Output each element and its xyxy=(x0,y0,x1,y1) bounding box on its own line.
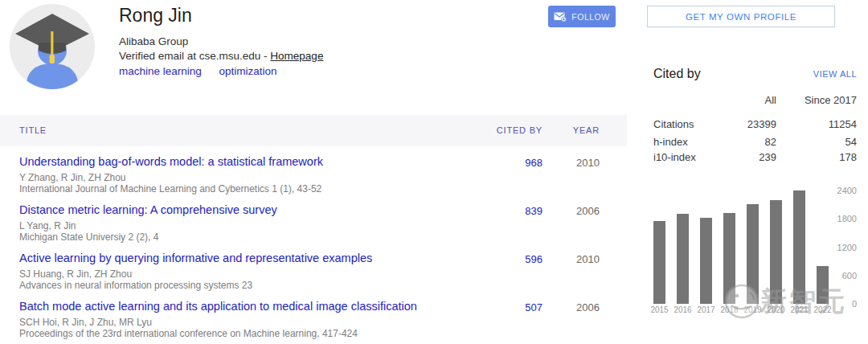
stats-column-header-all: All xyxy=(696,94,776,106)
bar xyxy=(653,221,665,304)
stat-h-index-all[interactable]: 82 xyxy=(696,136,776,148)
publication-title-link[interactable]: Distance metric learning: A comprehensiv… xyxy=(19,203,469,216)
chart-bar-2019[interactable]: 2019 xyxy=(747,190,759,304)
cited-by-count-link[interactable]: 968 xyxy=(462,157,542,169)
stats-column-header-since: Since 2017 xyxy=(776,94,857,106)
chart-x-tick-label: 2018 xyxy=(720,305,738,314)
publication-authors: SJ Huang, R Jin, ZH Zhou xyxy=(19,268,502,280)
chart-y-tick-label: 600 xyxy=(842,271,857,281)
chart-x-tick-label: 2015 xyxy=(650,305,668,314)
get-my-own-profile-label: GET MY OWN PROFILE xyxy=(686,12,796,22)
interest-optimization[interactable]: optimization xyxy=(219,65,277,77)
bar xyxy=(793,190,805,304)
avatar xyxy=(10,4,95,89)
bar xyxy=(817,266,829,304)
chart-y-tick-label: 2400 xyxy=(837,186,857,195)
chart-bar-2020[interactable]: 2020 xyxy=(770,190,782,304)
scholar-profile-page: Rong Jin Alibaba Group Verified email at… xyxy=(0,0,868,344)
bar xyxy=(723,213,735,304)
publication-year: 2010 xyxy=(559,253,600,265)
publication-venue: International Journal of Machine Learnin… xyxy=(19,183,502,195)
view-all-link[interactable]: VIEW ALL xyxy=(776,69,857,79)
interests: machine learning optimization xyxy=(119,65,292,77)
cited-by-count-link[interactable]: 839 xyxy=(462,205,542,217)
chart-bar-2015[interactable]: 2015 xyxy=(653,190,665,304)
cited-by-heading: Cited by xyxy=(653,67,701,81)
publication-year: 2006 xyxy=(559,301,600,313)
column-header-year[interactable]: YEAR xyxy=(559,115,600,146)
chart-x-tick-label: 2019 xyxy=(743,305,761,314)
verified-email-text: Verified email at cse.msu.edu - xyxy=(119,50,270,62)
publication-venue: Proceedings of the 23rd international co… xyxy=(19,328,502,339)
bar xyxy=(770,200,782,304)
column-header-title[interactable]: TITLE xyxy=(19,115,47,146)
chart-y-tick-label: 1200 xyxy=(837,243,857,252)
publication-year: 2010 xyxy=(559,157,600,169)
get-my-own-profile-button[interactable]: GET MY OWN PROFILE xyxy=(647,6,835,27)
verified-email-line: Verified email at cse.msu.edu - Homepage xyxy=(119,50,323,62)
publication-authors: L Yang, R Jin xyxy=(19,220,502,231)
profile-name: Rong Jin xyxy=(119,5,192,27)
chart-x-tick-label: 2022 xyxy=(813,305,831,314)
graduate-avatar-icon xyxy=(10,4,95,89)
chart-bar-2022[interactable]: 2022 xyxy=(817,190,829,304)
stat-label-h-index: h-index xyxy=(653,136,688,148)
chart-x-tick-label: 2020 xyxy=(767,305,784,314)
stat-citations-all[interactable]: 23399 xyxy=(696,118,776,130)
chart-bar-2021[interactable]: 2021 xyxy=(793,190,805,304)
chart-bar-2018[interactable]: 2018 xyxy=(723,190,735,304)
stat-label-i10-index: i10-index xyxy=(653,151,696,163)
publication-title-link[interactable]: Active learning by querying informative … xyxy=(19,252,469,264)
bar xyxy=(700,218,712,305)
follow-button[interactable]: FOLLOW xyxy=(548,6,616,27)
publication-authors: Y Zhang, R Jin, ZH Zhou xyxy=(19,172,502,183)
publication-year: 2006 xyxy=(559,205,600,217)
column-header-cited-by[interactable]: CITED BY xyxy=(462,115,542,146)
stat-i10-index-since[interactable]: 178 xyxy=(776,151,857,163)
profile-affiliation: Alibaba Group xyxy=(119,35,188,47)
publication-title-link[interactable]: Understanding bag-of-words model: a stat… xyxy=(19,155,469,168)
follow-button-label: FOLLOW xyxy=(571,12,609,22)
chart-x-tick-label: 2021 xyxy=(790,305,808,314)
publication-authors: SCH Hoi, R Jin, J Zhu, MR Lyu xyxy=(19,317,502,328)
chart-bar-2017[interactable]: 2017 xyxy=(700,190,712,304)
stat-citations-since[interactable]: 11254 xyxy=(776,118,857,130)
publication-title-link[interactable]: Batch mode active learning and its appli… xyxy=(19,300,469,313)
homepage-link[interactable]: Homepage xyxy=(270,50,323,62)
bar xyxy=(677,214,689,304)
interest-machine-learning[interactable]: machine learning xyxy=(119,65,202,77)
stat-label-citations: Citations xyxy=(653,118,694,130)
citations-bar-chart: 20152016201720182019202020212022 xyxy=(653,190,829,304)
envelope-plus-icon xyxy=(554,12,567,22)
stat-i10-index-all[interactable]: 239 xyxy=(696,151,776,163)
publication-venue: Michigan State Universiy 2 (2), 4 xyxy=(19,231,502,243)
chart-y-tick-label: 0 xyxy=(852,299,857,309)
cited-by-count-link[interactable]: 596 xyxy=(462,253,542,265)
chart-y-tick-label: 1800 xyxy=(837,214,857,223)
cited-by-count-link[interactable]: 507 xyxy=(462,301,542,313)
publication-venue: Advances in neural information processin… xyxy=(19,280,502,291)
chart-bar-2016[interactable]: 2016 xyxy=(677,190,689,304)
stat-h-index-since[interactable]: 54 xyxy=(776,136,857,148)
chart-y-axis: 0600120018002400 xyxy=(829,190,857,304)
chart-x-tick-label: 2016 xyxy=(674,305,691,314)
bar xyxy=(747,204,759,305)
chart-x-tick-label: 2017 xyxy=(697,305,714,314)
